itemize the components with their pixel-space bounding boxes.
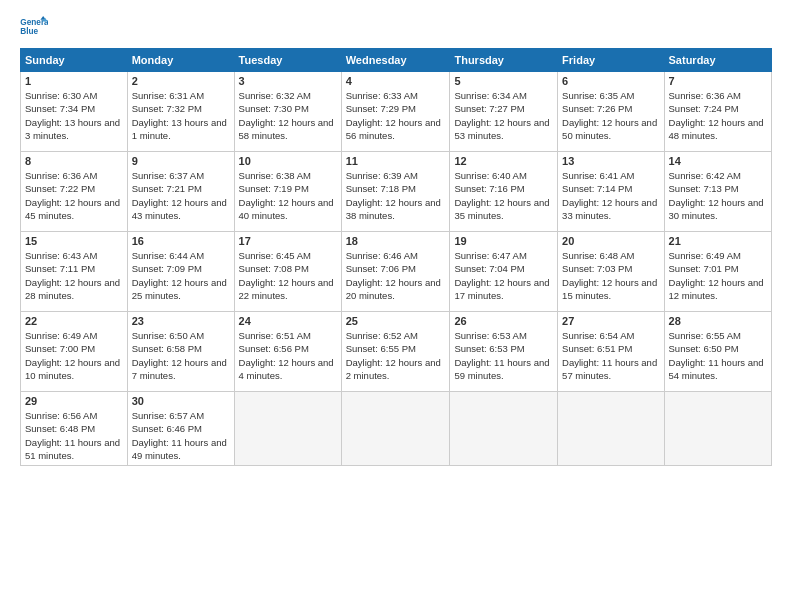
day-number: 11	[346, 155, 446, 167]
day-number: 28	[669, 315, 767, 327]
weekday-header: Friday	[558, 49, 664, 72]
day-number: 22	[25, 315, 123, 327]
day-info: Sunrise: 6:32 AMSunset: 7:30 PMDaylight:…	[239, 89, 337, 142]
day-info: Sunrise: 6:39 AMSunset: 7:18 PMDaylight:…	[346, 169, 446, 222]
calendar-day-cell: 12 Sunrise: 6:40 AMSunset: 7:16 PMDaylig…	[450, 152, 558, 232]
calendar-day-cell: 18 Sunrise: 6:46 AMSunset: 7:06 PMDaylig…	[341, 232, 450, 312]
calendar-day-cell: 15 Sunrise: 6:43 AMSunset: 7:11 PMDaylig…	[21, 232, 128, 312]
weekday-header: Thursday	[450, 49, 558, 72]
weekday-header: Sunday	[21, 49, 128, 72]
day-number: 20	[562, 235, 659, 247]
day-number: 17	[239, 235, 337, 247]
day-info: Sunrise: 6:54 AMSunset: 6:51 PMDaylight:…	[562, 329, 659, 382]
day-info: Sunrise: 6:38 AMSunset: 7:19 PMDaylight:…	[239, 169, 337, 222]
day-info: Sunrise: 6:49 AMSunset: 7:00 PMDaylight:…	[25, 329, 123, 382]
day-number: 29	[25, 395, 123, 407]
day-info: Sunrise: 6:49 AMSunset: 7:01 PMDaylight:…	[669, 249, 767, 302]
day-info: Sunrise: 6:57 AMSunset: 6:46 PMDaylight:…	[132, 409, 230, 462]
day-info: Sunrise: 6:31 AMSunset: 7:32 PMDaylight:…	[132, 89, 230, 142]
day-info: Sunrise: 6:47 AMSunset: 7:04 PMDaylight:…	[454, 249, 553, 302]
day-number: 10	[239, 155, 337, 167]
calendar-day-cell: 1 Sunrise: 6:30 AMSunset: 7:34 PMDayligh…	[21, 72, 128, 152]
calendar-day-cell: 11 Sunrise: 6:39 AMSunset: 7:18 PMDaylig…	[341, 152, 450, 232]
calendar-day-cell: 9 Sunrise: 6:37 AMSunset: 7:21 PMDayligh…	[127, 152, 234, 232]
calendar-day-cell: 3 Sunrise: 6:32 AMSunset: 7:30 PMDayligh…	[234, 72, 341, 152]
calendar-week-row: 15 Sunrise: 6:43 AMSunset: 7:11 PMDaylig…	[21, 232, 772, 312]
day-number: 25	[346, 315, 446, 327]
day-info: Sunrise: 6:30 AMSunset: 7:34 PMDaylight:…	[25, 89, 123, 142]
calendar-week-row: 22 Sunrise: 6:49 AMSunset: 7:00 PMDaylig…	[21, 312, 772, 392]
calendar-day-cell: 29 Sunrise: 6:56 AMSunset: 6:48 PMDaylig…	[21, 392, 128, 466]
day-number: 21	[669, 235, 767, 247]
weekday-header: Monday	[127, 49, 234, 72]
day-number: 13	[562, 155, 659, 167]
calendar-day-cell: 14 Sunrise: 6:42 AMSunset: 7:13 PMDaylig…	[664, 152, 771, 232]
day-info: Sunrise: 6:41 AMSunset: 7:14 PMDaylight:…	[562, 169, 659, 222]
day-number: 24	[239, 315, 337, 327]
day-number: 23	[132, 315, 230, 327]
calendar-day-cell: 27 Sunrise: 6:54 AMSunset: 6:51 PMDaylig…	[558, 312, 664, 392]
calendar-day-cell: 7 Sunrise: 6:36 AMSunset: 7:24 PMDayligh…	[664, 72, 771, 152]
day-info: Sunrise: 6:48 AMSunset: 7:03 PMDaylight:…	[562, 249, 659, 302]
day-info: Sunrise: 6:36 AMSunset: 7:22 PMDaylight:…	[25, 169, 123, 222]
day-number: 1	[25, 75, 123, 87]
calendar-week-row: 1 Sunrise: 6:30 AMSunset: 7:34 PMDayligh…	[21, 72, 772, 152]
day-number: 27	[562, 315, 659, 327]
calendar-day-cell	[450, 392, 558, 466]
calendar-day-cell: 5 Sunrise: 6:34 AMSunset: 7:27 PMDayligh…	[450, 72, 558, 152]
day-number: 16	[132, 235, 230, 247]
calendar-day-cell: 2 Sunrise: 6:31 AMSunset: 7:32 PMDayligh…	[127, 72, 234, 152]
calendar-day-cell: 21 Sunrise: 6:49 AMSunset: 7:01 PMDaylig…	[664, 232, 771, 312]
calendar-day-cell: 23 Sunrise: 6:50 AMSunset: 6:58 PMDaylig…	[127, 312, 234, 392]
calendar-day-cell	[664, 392, 771, 466]
calendar-day-cell	[341, 392, 450, 466]
calendar-day-cell: 16 Sunrise: 6:44 AMSunset: 7:09 PMDaylig…	[127, 232, 234, 312]
logo-icon: General Blue	[20, 16, 48, 38]
weekday-header: Saturday	[664, 49, 771, 72]
weekday-header: Wednesday	[341, 49, 450, 72]
day-info: Sunrise: 6:33 AMSunset: 7:29 PMDaylight:…	[346, 89, 446, 142]
day-number: 3	[239, 75, 337, 87]
calendar-table: SundayMondayTuesdayWednesdayThursdayFrid…	[20, 48, 772, 466]
calendar-day-cell: 19 Sunrise: 6:47 AMSunset: 7:04 PMDaylig…	[450, 232, 558, 312]
calendar-day-cell: 26 Sunrise: 6:53 AMSunset: 6:53 PMDaylig…	[450, 312, 558, 392]
day-number: 12	[454, 155, 553, 167]
day-info: Sunrise: 6:51 AMSunset: 6:56 PMDaylight:…	[239, 329, 337, 382]
calendar-day-cell: 24 Sunrise: 6:51 AMSunset: 6:56 PMDaylig…	[234, 312, 341, 392]
day-number: 14	[669, 155, 767, 167]
day-number: 30	[132, 395, 230, 407]
day-info: Sunrise: 6:43 AMSunset: 7:11 PMDaylight:…	[25, 249, 123, 302]
day-info: Sunrise: 6:50 AMSunset: 6:58 PMDaylight:…	[132, 329, 230, 382]
calendar-day-cell: 17 Sunrise: 6:45 AMSunset: 7:08 PMDaylig…	[234, 232, 341, 312]
day-number: 5	[454, 75, 553, 87]
day-info: Sunrise: 6:52 AMSunset: 6:55 PMDaylight:…	[346, 329, 446, 382]
calendar-day-cell: 25 Sunrise: 6:52 AMSunset: 6:55 PMDaylig…	[341, 312, 450, 392]
calendar-week-row: 29 Sunrise: 6:56 AMSunset: 6:48 PMDaylig…	[21, 392, 772, 466]
day-info: Sunrise: 6:46 AMSunset: 7:06 PMDaylight:…	[346, 249, 446, 302]
calendar-day-cell: 8 Sunrise: 6:36 AMSunset: 7:22 PMDayligh…	[21, 152, 128, 232]
day-number: 7	[669, 75, 767, 87]
day-info: Sunrise: 6:36 AMSunset: 7:24 PMDaylight:…	[669, 89, 767, 142]
day-info: Sunrise: 6:44 AMSunset: 7:09 PMDaylight:…	[132, 249, 230, 302]
day-number: 4	[346, 75, 446, 87]
calendar-day-cell: 10 Sunrise: 6:38 AMSunset: 7:19 PMDaylig…	[234, 152, 341, 232]
calendar-day-cell: 6 Sunrise: 6:35 AMSunset: 7:26 PMDayligh…	[558, 72, 664, 152]
day-number: 19	[454, 235, 553, 247]
day-number: 6	[562, 75, 659, 87]
svg-text:Blue: Blue	[20, 27, 38, 36]
day-info: Sunrise: 6:40 AMSunset: 7:16 PMDaylight:…	[454, 169, 553, 222]
day-info: Sunrise: 6:35 AMSunset: 7:26 PMDaylight:…	[562, 89, 659, 142]
day-info: Sunrise: 6:55 AMSunset: 6:50 PMDaylight:…	[669, 329, 767, 382]
calendar-day-cell: 4 Sunrise: 6:33 AMSunset: 7:29 PMDayligh…	[341, 72, 450, 152]
day-number: 9	[132, 155, 230, 167]
day-number: 8	[25, 155, 123, 167]
day-info: Sunrise: 6:37 AMSunset: 7:21 PMDaylight:…	[132, 169, 230, 222]
calendar-week-row: 8 Sunrise: 6:36 AMSunset: 7:22 PMDayligh…	[21, 152, 772, 232]
logo: General Blue	[20, 16, 52, 38]
day-number: 2	[132, 75, 230, 87]
calendar-day-cell: 22 Sunrise: 6:49 AMSunset: 7:00 PMDaylig…	[21, 312, 128, 392]
calendar-body: 1 Sunrise: 6:30 AMSunset: 7:34 PMDayligh…	[21, 72, 772, 466]
calendar-day-cell	[234, 392, 341, 466]
calendar-header-row: SundayMondayTuesdayWednesdayThursdayFrid…	[21, 49, 772, 72]
day-info: Sunrise: 6:56 AMSunset: 6:48 PMDaylight:…	[25, 409, 123, 462]
